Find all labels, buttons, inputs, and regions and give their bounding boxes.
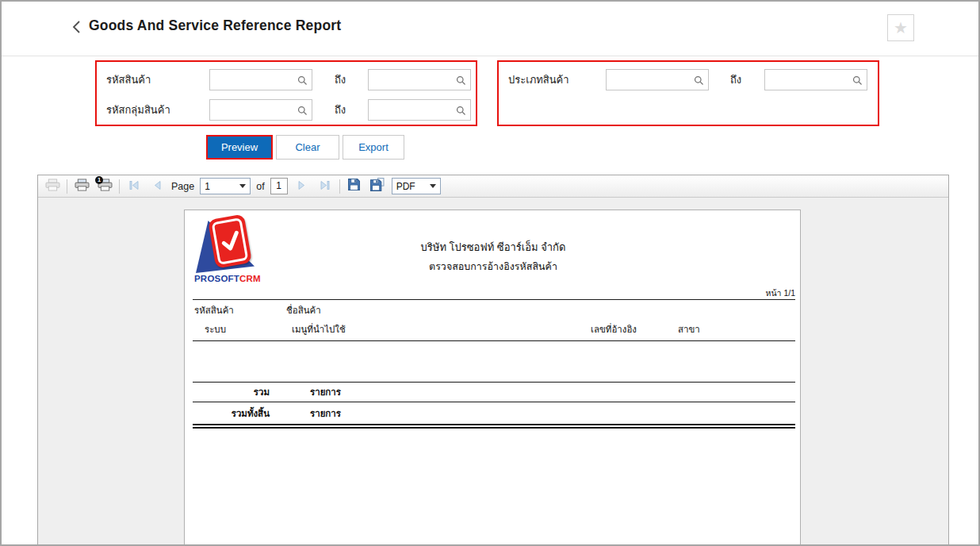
to-label: ถึง [335, 69, 346, 90]
search-icon[interactable] [456, 105, 467, 116]
last-page-icon [319, 179, 331, 194]
table-rule [193, 382, 795, 383]
chevron-down-icon [430, 184, 436, 188]
app-window: Goods And Service Reference Report ★ รหั… [0, 0, 980, 546]
first-page-icon [128, 179, 140, 194]
to-label: ถึง [335, 99, 346, 121]
print-disabled-button[interactable] [44, 178, 61, 195]
search-icon[interactable] [297, 105, 308, 116]
search-icon[interactable] [694, 75, 705, 86]
toolbar-separator [339, 179, 340, 194]
total-unit: รายการ [310, 385, 341, 399]
page-title: Goods And Service Reference Report [89, 17, 341, 34]
product-code-label: รหัสสินค้า [106, 69, 151, 90]
column-menu-used: เมนูที่นำไปใช้ [292, 322, 346, 336]
grand-total-unit: รายการ [310, 406, 341, 421]
table-rule [193, 299, 795, 300]
save-button[interactable] [346, 178, 363, 195]
prev-page-icon [152, 179, 163, 194]
back-chevron-icon [72, 20, 81, 37]
column-product-code: รหัสสินค้า [194, 303, 234, 317]
viewer-canvas: PROSOFTCRM บริษัท โปรซอฟท์ ซีอาร์เอ็ม จำ… [38, 198, 948, 546]
product-code-from-field [209, 69, 312, 90]
search-icon[interactable] [852, 75, 863, 86]
print-current-page-button[interactable]: 1 [96, 178, 113, 195]
report-page: PROSOFTCRM บริษัท โปรซอฟท์ ซีอาร์เอ็ม จำ… [184, 210, 801, 546]
preview-button[interactable]: Preview [206, 135, 273, 160]
export-format-value: PDF [396, 181, 415, 192]
next-page-button[interactable] [293, 178, 311, 195]
next-page-icon [297, 179, 307, 194]
report-page-indicator: หน้า 1/1 [611, 286, 795, 300]
header-divider [2, 56, 978, 56]
product-type-to-field [764, 69, 867, 90]
chevron-down-icon [239, 184, 246, 188]
page-select-value: 1 [205, 181, 210, 192]
search-icon[interactable] [456, 75, 467, 86]
column-branch: สาขา [678, 322, 700, 336]
prev-page-button[interactable] [148, 178, 166, 195]
search-icon[interactable] [297, 75, 308, 86]
clear-button[interactable]: Clear [276, 135, 339, 160]
save-icon [347, 178, 361, 194]
first-page-button[interactable] [125, 178, 143, 195]
export-button[interactable]: Export [343, 135, 404, 160]
filter-box-product: รหัสสินค้า ถึง รหัสกลุ่มสินค้า ถึง [95, 60, 477, 126]
product-group-label: รหัสกลุ่มสินค้า [106, 99, 170, 121]
report-title: ตรวจสอบการอ้างอิงรหัสสินค้า [185, 259, 802, 275]
export-format-select[interactable]: PDF [392, 178, 441, 194]
column-product-name: ชื่อสินค้า [286, 303, 321, 317]
filter-box-product-type: ประเภทสินค้า ถึง [497, 60, 879, 126]
table-rule [193, 402, 795, 402]
product-group-to-field [368, 99, 471, 121]
star-icon: ★ [894, 20, 908, 36]
printer-disabled-icon [45, 179, 60, 194]
save-all-pages-button[interactable] [369, 178, 386, 195]
total-label: รวม [228, 385, 270, 399]
product-group-from-field [209, 99, 312, 121]
page-select[interactable]: 1 [200, 178, 251, 194]
printer-icon [75, 179, 90, 194]
report-company-name: บริษัท โปรซอฟท์ ซีอาร์เอ็ม จำกัด [185, 239, 802, 256]
of-label: of [256, 181, 264, 192]
toolbar-separator [119, 179, 120, 194]
viewer-toolbar: 1 Page 1 of 1 [38, 175, 948, 198]
toolbar-separator [67, 179, 67, 194]
column-system: ระบบ [205, 322, 226, 336]
logo-prosoft-text: PROSOFT [194, 274, 239, 283]
report-viewer: 1 Page 1 of 1 [37, 175, 949, 546]
favorite-button[interactable]: ★ [887, 14, 914, 41]
print-report-button[interactable] [73, 178, 90, 195]
back-button[interactable] [68, 20, 84, 37]
total-pages-box: 1 [270, 178, 288, 194]
double-rule-top [193, 424, 795, 425]
product-type-label: ประเภทสินค้า [508, 69, 569, 90]
column-reference-no: เลขที่อ้างอิง [591, 322, 637, 336]
double-rule-bottom [193, 427, 795, 429]
page-label: Page [171, 181, 194, 192]
product-code-to-field [368, 69, 471, 90]
save-copy-icon [370, 178, 385, 194]
grand-total-label: รวมทั้งสิ้น [212, 406, 270, 421]
logo-wordmark: PROSOFTCRM [194, 274, 261, 283]
product-type-from-field [606, 69, 709, 90]
last-page-button[interactable] [316, 178, 334, 195]
print-page-badge: 1 [95, 176, 103, 184]
logo-crm-text: CRM [239, 274, 261, 283]
to-label: ถึง [730, 69, 741, 90]
table-rule [193, 340, 795, 341]
